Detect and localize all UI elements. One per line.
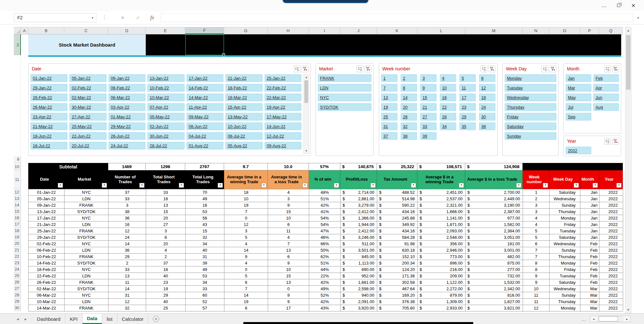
- cell[interactable]: $2,700.00: [466, 189, 523, 196]
- cell[interactable]: 49: [186, 196, 224, 202]
- table-header-market[interactable]: Market▼: [64, 170, 108, 189]
- cell[interactable]: 42%: [309, 299, 341, 305]
- status-more-icon[interactable]: …: [581, 316, 586, 322]
- slicer-item[interactable]: 13-May-22: [225, 113, 262, 121]
- cell[interactable]: $3,246.00: [341, 234, 377, 241]
- cell[interactable]: 14: [109, 286, 146, 292]
- cell[interactable]: $302.58: [377, 279, 418, 286]
- slicer-item[interactable]: 14-Mar-22: [187, 94, 223, 101]
- cell[interactable]: 2022: [599, 247, 623, 254]
- restore-window-button[interactable]: [613, 1, 624, 10]
- cell[interactable]: 48%: [309, 189, 341, 196]
- cell[interactable]: NYC: [65, 215, 109, 221]
- slicer-item[interactable]: 26-Jun-22: [109, 132, 145, 140]
- cell[interactable]: 14: [224, 247, 268, 254]
- cell[interactable]: 8: [523, 260, 550, 266]
- slicer-item[interactable]: 14: [401, 94, 417, 101]
- subtotal-value[interactable]: 10.0: [268, 163, 309, 170]
- cell[interactable]: $482.00: [466, 254, 523, 260]
- close-window-button[interactable]: ✕: [628, 1, 639, 10]
- slicer-item[interactable]: 21: [420, 103, 437, 111]
- cell[interactable]: $171.36: [377, 273, 418, 279]
- scroll-down-icon[interactable]: ▼: [305, 148, 308, 153]
- table-header-of-win[interactable]: % of win▼: [309, 170, 340, 189]
- slicer-item[interactable]: 3: [420, 74, 437, 82]
- slicer-item[interactable]: NYC: [318, 94, 371, 101]
- slicer-item[interactable]: Jul: [566, 103, 591, 111]
- tabs-scroll-left-icon[interactable]: ◂: [17, 317, 19, 321]
- cell[interactable]: 40: [146, 273, 186, 279]
- slicer-item[interactable]: 15-Apr-22: [225, 103, 262, 111]
- cell[interactable]: $2,412.00: [341, 228, 377, 234]
- cell[interactable]: $514.98: [377, 196, 418, 202]
- cell[interactable]: NYC: [65, 189, 109, 196]
- slicer-item[interactable]: 29-May-22: [109, 122, 145, 130]
- cell[interactable]: $584.28: [377, 234, 418, 241]
- cell[interactable]: 11: [268, 228, 309, 234]
- slicer-item[interactable]: 4: [440, 74, 456, 82]
- cell[interactable]: 18: [224, 189, 268, 196]
- cell[interactable]: LDN: [65, 247, 109, 254]
- clear-filter-icon[interactable]: [365, 66, 371, 72]
- cell[interactable]: 0: [268, 286, 309, 292]
- cell[interactable]: $773.00: [418, 254, 466, 260]
- table-header-date[interactable]: Date▼: [28, 170, 64, 189]
- cell[interactable]: $2,933.00: [418, 305, 466, 311]
- cell[interactable]: Jan: [580, 189, 599, 196]
- cell[interactable]: $1,532.00: [466, 279, 523, 286]
- cell[interactable]: 70: [186, 189, 224, 196]
- cell[interactable]: 13: [146, 202, 186, 209]
- row-header-18[interactable]: 18: [14, 228, 21, 234]
- insert-function-button[interactable]: fx: [147, 13, 157, 22]
- cell[interactable]: 2022: [599, 260, 623, 266]
- slicer-item[interactable]: FRANK: [318, 74, 371, 82]
- cell[interactable]: Mar: [580, 299, 599, 305]
- slicer-item[interactable]: 22-Mar-22: [265, 94, 301, 101]
- slicer-item[interactable]: 17-May-22: [265, 113, 301, 121]
- row-header-13[interactable]: 13: [14, 195, 21, 202]
- cell[interactable]: 37: [146, 260, 186, 266]
- cell[interactable]: $1,366.00: [341, 215, 377, 221]
- cancel-button[interactable]: ✕: [117, 13, 128, 22]
- slicer-item[interactable]: 04-Jul-22: [187, 132, 223, 140]
- cell[interactable]: 22%: [309, 273, 341, 279]
- cell[interactable]: 57: [186, 305, 224, 311]
- cell[interactable]: $2,861.00: [341, 196, 377, 202]
- slicer-item[interactable]: Jun: [593, 94, 619, 101]
- cell[interactable]: 12: [109, 228, 146, 234]
- formula-input[interactable]: [161, 13, 633, 22]
- cell[interactable]: 4: [224, 260, 268, 266]
- slicer-item[interactable]: 5: [459, 74, 476, 82]
- multi-select-icon[interactable]: [542, 66, 548, 72]
- filter-dropdown-button[interactable]: ▼: [218, 183, 223, 188]
- cell[interactable]: 6: [224, 279, 268, 286]
- cell[interactable]: $181.00: [466, 241, 523, 247]
- formula-bar-expand-icon[interactable]: ▾: [634, 13, 642, 22]
- cell[interactable]: 12: [224, 221, 268, 228]
- cell[interactable]: $2,091.00: [341, 299, 377, 305]
- cell[interactable]: 7: [523, 254, 550, 260]
- selected-cell-F2[interactable]: [185, 34, 224, 55]
- cell[interactable]: $2,449.00: [466, 196, 523, 202]
- slicer-item[interactable]: 39: [420, 132, 437, 140]
- subtotal-value[interactable]: 2767: [185, 163, 224, 170]
- scroll-up-icon[interactable]: ▲: [625, 27, 631, 34]
- column-header-G[interactable]: G: [224, 27, 268, 34]
- slicer-item[interactable]: 26-Feb-22: [30, 94, 67, 101]
- slicer-item[interactable]: Sunday: [505, 132, 556, 140]
- row-header-28[interactable]: 28: [14, 292, 21, 298]
- row-header-22[interactable]: 22: [14, 253, 21, 260]
- cell[interactable]: $2,946.00: [418, 247, 466, 254]
- slicer-item[interactable]: 30-Jun-22: [147, 132, 184, 140]
- slicer-item[interactable]: 20-Jul-22: [69, 142, 106, 149]
- cell[interactable]: $488.52: [377, 189, 418, 196]
- cell[interactable]: 9: [268, 260, 309, 266]
- cell[interactable]: 5: [224, 234, 268, 241]
- cell[interactable]: 52%: [309, 292, 341, 299]
- cell[interactable]: 9: [268, 292, 309, 299]
- cell[interactable]: 06-Feb-22: [29, 247, 65, 254]
- tab-kpi[interactable]: KPI: [65, 314, 82, 324]
- cell[interactable]: $879.00: [418, 292, 466, 299]
- cell[interactable]: Jan: [580, 209, 599, 215]
- cell[interactable]: $1,113.00: [341, 260, 377, 266]
